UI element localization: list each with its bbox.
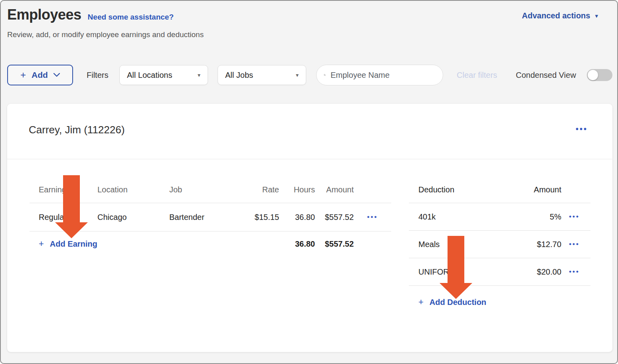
plus-icon: + [20,69,26,81]
page-header: Employees Need some assistance? [7,6,174,23]
advanced-actions-label: Advanced actions [522,11,590,20]
ellipsis-icon: ••• [569,240,580,248]
search-icon [324,70,326,80]
column-header-deduction: Deduction [418,185,530,194]
amount-cell: $557.52 [315,213,354,222]
column-header-location: Location [97,185,169,194]
toggle-knob [588,70,598,80]
column-header-deduction-amount: Amount [534,185,561,194]
employee-name: Carrey, Jim (112226) [29,124,125,136]
deduction-row-actions-menu[interactable]: ••• [565,268,580,276]
add-button-label: Add [32,70,48,80]
plus-icon: + [418,297,424,307]
employee-card: Carrey, Jim (112226) ••• Earnings Locati… [7,104,612,352]
add-earning-label: Add Earning [50,239,97,249]
assistance-link[interactable]: Need some assistance? [88,13,174,22]
location-filter-value: All Locations [127,71,172,80]
employee-search [316,65,443,85]
deduction-row: Meals $12.70 ••• [409,231,590,258]
deduction-name-cell: Meals [418,240,533,249]
earnings-row: Regular Chicago Bartender $15.15 36.80 $… [30,203,391,231]
location-cell: Chicago [97,213,169,222]
caret-down-icon: ▾ [198,72,200,78]
ellipsis-icon: ••• [569,268,580,275]
condensed-view-toggle[interactable] [587,69,612,81]
rate-cell: $15.15 [243,213,279,222]
deduction-amount-cell: $12.70 [537,240,561,249]
plus-icon: + [39,239,44,249]
deductions-table: Deduction Amount 401k 5% ••• Meals $12.7… [409,176,590,307]
earning-type-cell: Regular [30,213,97,222]
column-header-job: Job [169,185,243,194]
add-deduction-label: Add Deduction [430,298,486,307]
caret-down-icon: ▾ [296,72,299,78]
add-button[interactable]: + Add [7,65,73,85]
total-hours: 36.80 [279,239,315,249]
job-filter-value: All Jobs [225,71,253,80]
page-title: Employees [7,6,81,23]
total-amount: $557.52 [315,239,354,249]
filters-label: Filters [87,65,108,85]
location-filter-dropdown[interactable]: All Locations ▾ [119,65,208,85]
column-header-rate: Rate [243,185,279,194]
deduction-row: UNIFOR $20.00 ••• [409,258,590,286]
column-header-amount: Amount [315,185,354,194]
deduction-row-actions-menu[interactable]: ••• [565,213,580,221]
employee-card-header: Carrey, Jim (112226) ••• [7,104,612,159]
add-deduction-link[interactable]: + Add Deduction [409,297,590,307]
search-input[interactable] [331,71,436,80]
hours-cell: 36.80 [279,213,315,222]
earnings-table: Earnings Location Job Rate Hours Amount … [30,176,391,256]
chevron-down-icon [53,73,60,77]
caret-down-icon: ▾ [595,13,598,19]
column-header-earnings: Earnings [30,185,97,194]
deductions-header-row: Deduction Amount [409,176,590,203]
deduction-name-cell: 401k [418,212,546,222]
deduction-row: 401k 5% ••• [409,203,590,231]
ellipsis-icon: ••• [569,213,580,220]
deduction-amount-cell: $20.00 [537,267,561,277]
column-header-hours: Hours [279,185,315,194]
job-cell: Bartender [169,213,243,222]
deduction-name-cell: UNIFOR [418,267,533,277]
earnings-footer-row: + Add Earning 36.80 $557.52 [30,231,391,256]
earning-row-actions-menu[interactable]: ••• [354,213,391,221]
page-subtitle: Review, add, or modify employee earnings… [7,30,204,39]
advanced-actions-button[interactable]: Advanced actions ▾ [522,11,598,20]
condensed-view-label: Condensed View [516,65,576,85]
add-earning-link[interactable]: + Add Earning [30,239,243,249]
deduction-amount-cell: 5% [550,212,561,222]
employees-page: Employees Need some assistance? Review, … [0,0,618,364]
clear-filters-button[interactable]: Clear filters [457,65,497,85]
ellipsis-icon: ••• [367,213,378,221]
employee-actions-menu[interactable]: ••• [576,125,588,134]
toolbar: + Add Filters All Locations ▾ All Jobs ▾… [1,65,617,85]
ellipsis-icon: ••• [576,125,588,133]
deduction-row-actions-menu[interactable]: ••• [565,240,580,248]
job-filter-dropdown[interactable]: All Jobs ▾ [218,65,306,85]
earnings-header-row: Earnings Location Job Rate Hours Amount [30,176,391,203]
